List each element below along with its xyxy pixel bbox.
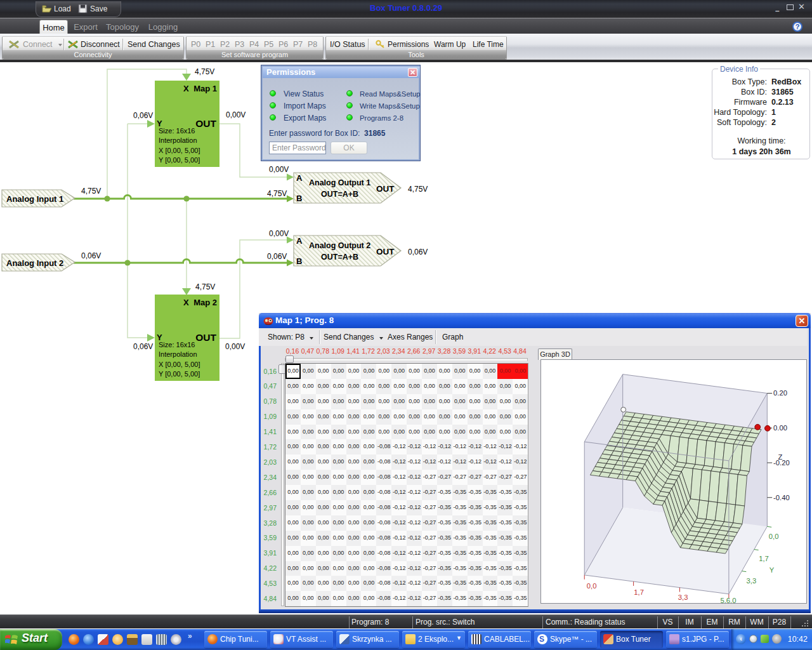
svg-text:0,06V: 0,06V [133,342,153,351]
svg-text:OUT=A+B: OUT=A+B [321,253,358,262]
svg-text:OUT: OUT [195,332,216,343]
svg-text:Map 1: Map 1 [193,84,217,93]
svg-text:Y [0,00, 5,00]: Y [0,00, 5,00] [159,370,200,378]
svg-text:Z: Z [778,453,783,461]
svg-text:Y [0,00, 5,00]: Y [0,00, 5,00] [159,156,200,164]
svg-text:A: A [296,236,303,246]
svg-text:Interpolation: Interpolation [159,136,197,144]
svg-text:0,0: 0,0 [769,533,779,540]
svg-text:Map 2: Map 2 [193,298,217,307]
svg-text:Y: Y [769,566,775,574]
svg-text:1,7: 1,7 [634,588,644,596]
svg-text:0,00V: 0,00V [226,110,246,119]
svg-text:A: A [296,173,303,183]
svg-text:4,75V: 4,75V [408,185,428,194]
svg-text:OUT: OUT [195,118,216,129]
svg-text:0,06V: 0,06V [133,111,153,120]
svg-text:3,3: 3,3 [747,577,757,585]
svg-text:4,75V: 4,75V [81,187,101,196]
svg-text:Interpolation: Interpolation [159,350,197,358]
svg-text:5,6.0: 5,6.0 [720,597,736,604]
svg-text:0,00V: 0,00V [269,229,289,238]
svg-text:0,0: 0,0 [587,582,597,590]
svg-text:0,00V: 0,00V [225,342,245,351]
svg-text:-0.40: -0.40 [773,494,790,501]
svg-text:1,7: 1,7 [759,555,769,562]
svg-text:B: B [296,256,302,266]
svg-text:0,06V: 0,06V [81,251,101,260]
svg-text:Analog Output 2: Analog Output 2 [309,241,370,250]
svg-text:Size: 16x16: Size: 16x16 [159,127,195,135]
svg-text:X: X [183,84,189,93]
svg-text:0,06V: 0,06V [267,252,287,261]
svg-text:3,3: 3,3 [678,594,688,601]
svg-text:OUT: OUT [376,184,395,194]
svg-text:X [0,00, 5,00]: X [0,00, 5,00] [159,147,200,154]
svg-text:0,00V: 0,00V [269,165,289,174]
svg-text:0.00: 0.00 [773,424,787,432]
svg-text:Analog Output 1: Analog Output 1 [309,178,370,187]
svg-text:X [0,00, 5,00]: X [0,00, 5,00] [159,361,200,368]
svg-text:Analog Input 1: Analog Input 1 [6,194,63,204]
svg-text:0.20: 0.20 [773,389,787,397]
svg-text:4,75V: 4,75V [195,282,215,291]
svg-text:OUT=A+B: OUT=A+B [321,190,358,199]
svg-text:B: B [296,194,302,203]
svg-text:Size: 16x16: Size: 16x16 [159,341,195,348]
svg-text:X: X [183,298,189,307]
svg-text:OUT: OUT [376,247,395,256]
svg-text:4,75V: 4,75V [267,189,287,198]
svg-text:4,75V: 4,75V [195,67,214,76]
svg-text:0,06V: 0,06V [408,248,428,256]
svg-text:Analog Input 2: Analog Input 2 [6,258,63,268]
